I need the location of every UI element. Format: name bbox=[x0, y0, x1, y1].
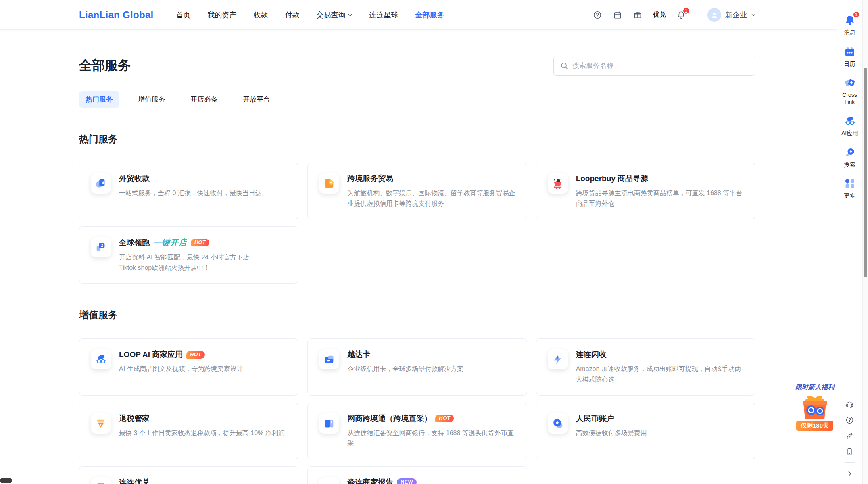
service-card-miaolian-merchant-report[interactable]: $ 淼连商家报告 NEW 为企业提供宏观市场分析、选品报告、经营数据分析等数据服… bbox=[307, 466, 527, 484]
card-desc: 企业级信用卡，全球多场景付款解决方案 bbox=[347, 364, 515, 374]
card-title: 淼连商家报告 bbox=[347, 477, 393, 484]
service-card-tax-refund-butler[interactable]: 退税管家 最快 3 个工作日卖家收悉退税款项，提升最高 10% 净利润 bbox=[79, 403, 298, 459]
vertical-scrollbar-thumb[interactable] bbox=[864, 68, 867, 277]
card-title: 跨境服务贸易 bbox=[347, 173, 393, 184]
sidebar-item-label: 消息 bbox=[839, 29, 861, 36]
topbar-right-cluster: 优兑 1 新企业 bbox=[593, 8, 756, 22]
service-card-cross-border-service-trade[interactable]: 跨境服务贸易 为航旅机构、数字娱乐、国际物流、留学教育等服务贸易企业提供虚拟信用… bbox=[307, 163, 527, 219]
service-card-loop-ai[interactable]: LOOP AI 商家应用 HOT AI 生成商品图文及视频，专为跨境卖家设计 bbox=[79, 338, 298, 395]
page-title: 全部服务 bbox=[79, 57, 131, 75]
nav-item-receive[interactable]: 收款 bbox=[254, 10, 268, 20]
sidebar-item-ai-apps[interactable]: AI应用 bbox=[839, 115, 861, 137]
card-desc: 开店资料 AI 智能匹配，最快 24 小时官方下店 Tiktok shop欧洲站… bbox=[119, 252, 287, 273]
service-card-wangshang-cross-border[interactable]: 网商跨境通（跨境直采） HOT 从连连结汇备资至网商银行，支持 1688 等源头… bbox=[307, 403, 527, 459]
svg-text:1: 1 bbox=[100, 244, 103, 248]
nav-item-pay[interactable]: 付款 bbox=[285, 10, 300, 20]
sidebar-item-search[interactable]: 搜索 bbox=[839, 146, 861, 169]
crown-icon bbox=[91, 477, 111, 484]
mobile-app-icon[interactable] bbox=[845, 446, 855, 456]
nav-item-all-services[interactable]: 全部服务 bbox=[415, 10, 444, 20]
card-desc: 跨境货品寻源主流电商热卖商品榜单，可直发 1688 等平台商品至海外仓 bbox=[576, 188, 744, 209]
sidebar-item-messages[interactable]: 1 消息 bbox=[839, 14, 861, 36]
bell-badge: 1 bbox=[683, 8, 689, 14]
service-card-rmb-account[interactable]: 人民币账户 高效便捷收付多场景费用 bbox=[536, 403, 755, 459]
gift-box-illustration bbox=[798, 393, 832, 421]
tab-store-essentials[interactable]: 开店必备 bbox=[184, 91, 224, 108]
sidebar-item-label: 更多 bbox=[839, 192, 861, 200]
card-desc: 为航旅机构、数字娱乐、国际物流、留学教育等服务贸易企业提供虚拟信用卡等跨境支付服… bbox=[347, 188, 515, 209]
card-title: 网商跨境通（跨境直采） bbox=[347, 413, 432, 424]
tab-hot-services[interactable]: 热门服务 bbox=[79, 91, 119, 108]
sidebar-item-cross-link[interactable]: Cross Link bbox=[839, 76, 861, 106]
sidebar-item-label: 日历 bbox=[839, 60, 861, 68]
sidebar-item-label: Cross Link bbox=[839, 92, 861, 106]
search-input[interactable] bbox=[572, 62, 749, 70]
card-title: 越达卡 bbox=[347, 349, 370, 360]
tab-open-platform[interactable]: 开放平台 bbox=[236, 91, 277, 108]
calendar-icon[interactable] bbox=[613, 10, 622, 20]
value-added-services-grid: LOOP AI 商家应用 HOT AI 生成商品图文及视频，专为跨境卖家设计 越… bbox=[79, 338, 755, 484]
card-desc: 高效便捷收付多场景费用 bbox=[576, 428, 744, 438]
all-services-page: 全部服务 热门服务 增值服务 开店必备 开放平台 热门服务 外贸收款 一站式服务… bbox=[0, 30, 837, 484]
card-desc: 从连连结汇备资至网商银行，支持 1688 等源头供货外币直采 bbox=[347, 428, 515, 449]
chevron-down-icon bbox=[751, 13, 756, 17]
bell-icon: 1 bbox=[843, 14, 856, 27]
shopping-cart-icon bbox=[548, 173, 568, 194]
one-click-store-highlight: 一键开店 bbox=[153, 237, 187, 248]
help-icon[interactable] bbox=[845, 415, 855, 425]
flag-number-one-icon: 1 bbox=[91, 237, 111, 257]
calendar-icon bbox=[843, 45, 856, 58]
card-title: 退税管家 bbox=[119, 413, 150, 424]
service-card-looperbuy-sourcing[interactable]: Looperbuy 商品寻源 跨境货品寻源主流电商热卖商品榜单，可直发 1688… bbox=[536, 163, 755, 219]
search-icon bbox=[843, 146, 856, 159]
youdui-link[interactable]: 优兑 bbox=[653, 10, 666, 19]
lianlian-global-logo[interactable]: LianLian Global bbox=[79, 9, 154, 21]
service-card-lianlian-flash-collect[interactable]: 连连闪收 Amazon 加速收款服务，成功出账即可提现，自动&手动两大模式随心选 bbox=[536, 338, 755, 395]
account-name: 新企业 bbox=[725, 10, 747, 20]
hot-badge: HOT bbox=[186, 351, 205, 359]
nav-item-assets[interactable]: 我的资产 bbox=[208, 10, 237, 20]
diamond-dollar-icon: $ bbox=[319, 477, 339, 484]
sidebar-item-label: 搜索 bbox=[839, 161, 861, 169]
avatar bbox=[707, 8, 721, 22]
card-title: 连连闪收 bbox=[576, 349, 607, 360]
nav-item-transactions-label: 交易查询 bbox=[317, 10, 346, 20]
feedback-pencil-icon[interactable] bbox=[845, 431, 855, 440]
robot-mascot-icon bbox=[91, 349, 111, 369]
new-badge: NEW bbox=[397, 478, 417, 484]
card-title: Looperbuy 商品寻源 bbox=[576, 173, 648, 184]
vertical-scrollbar-track[interactable] bbox=[862, 0, 868, 484]
bank-card-icon bbox=[319, 413, 339, 434]
notification-bell-icon[interactable]: 1 bbox=[676, 10, 686, 20]
customer-service-headset-icon[interactable] bbox=[845, 399, 855, 409]
service-card-lianlian-youdui[interactable]: 连连优兑 赚积分，降费率，集勋章，兑好礼，用户专属福利中心 bbox=[79, 466, 298, 484]
sidebar-tools bbox=[837, 393, 862, 478]
section-title-value-added: 增值服务 bbox=[79, 309, 755, 321]
collapse-chevron-right-icon[interactable] bbox=[845, 469, 855, 478]
sidebar-item-calendar[interactable]: 日历 bbox=[839, 45, 861, 68]
nav-item-transactions[interactable]: 交易查询 bbox=[317, 10, 353, 20]
help-icon[interactable] bbox=[593, 10, 602, 20]
nav-item-planet[interactable]: 连连星球 bbox=[369, 10, 399, 20]
sidebar-item-more[interactable]: 更多 bbox=[839, 177, 861, 200]
service-card-global-one-click-store[interactable]: 1 全球领跑 一键开店 HOT 开店资料 AI 智能匹配，最快 24 小时官方下… bbox=[79, 226, 298, 284]
more-grid-icon bbox=[843, 177, 856, 190]
account-menu[interactable]: 新企业 bbox=[707, 8, 756, 22]
service-search-box[interactable] bbox=[553, 56, 755, 76]
card-title: 外贸收款 bbox=[119, 173, 150, 184]
card-desc: 最快 3 个工作日卖家收悉退税款项，提升最高 10% 净利润 bbox=[119, 428, 287, 438]
search-icon bbox=[560, 62, 568, 70]
coin-icon bbox=[548, 413, 568, 434]
service-card-foreign-trade-collection[interactable]: 外贸收款 一站式服务，全程 0 汇损，快速收付，最快当日达 bbox=[79, 163, 298, 219]
service-card-yueda-card[interactable]: 越达卡 企业级信用卡，全球多场景付款解决方案 bbox=[307, 338, 527, 395]
hot-badge: HOT bbox=[435, 415, 454, 422]
nav-item-home[interactable]: 首页 bbox=[176, 10, 191, 20]
newcomer-promo-float[interactable]: 限时新人福利 仅剩180天 bbox=[795, 383, 835, 431]
funnel-icon bbox=[91, 413, 111, 434]
tab-value-added-services[interactable]: 增值服务 bbox=[131, 91, 172, 108]
horizontal-scrollbar-thumb[interactable] bbox=[0, 478, 12, 483]
section-title-hot: 热门服务 bbox=[79, 133, 755, 146]
gift-icon[interactable] bbox=[633, 10, 643, 20]
lightning-bolt-icon bbox=[548, 349, 568, 369]
right-utility-sidebar: 1 消息 日历 Cross Link AI应用 搜索 更多 bbox=[837, 0, 862, 484]
